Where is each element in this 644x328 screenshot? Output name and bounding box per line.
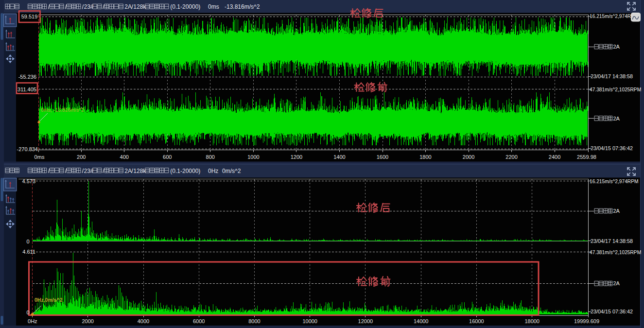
svg-text:2000: 2000	[82, 318, 93, 324]
svg-text:0: 0	[26, 310, 29, 315]
svg-text:6000: 6000	[193, 318, 205, 324]
svg-text:23/04/15 07:36:42: 23/04/15 07:36:42	[591, 309, 633, 314]
svg-text:59.519: 59.519	[21, 14, 38, 19]
svg-text:16.215m/s^2,974RPM: 16.215m/s^2,974RPM	[590, 179, 638, 184]
svg-text:23/04/17 14:38:58: 23/04/17 14:38:58	[591, 238, 633, 244]
svg-text:-13.816m/s^2: -13.816m/s^2	[225, 3, 260, 10]
svg-text:16000: 16000	[469, 318, 484, 324]
svg-text:2A: 2A	[124, 168, 132, 174]
svg-text:600: 600	[163, 154, 172, 160]
svg-text:1600: 1600	[377, 154, 388, 160]
svg-text:0: 0	[26, 239, 29, 244]
svg-text:(0.1-20000): (0.1-20000)	[170, 3, 200, 10]
svg-text:2400: 2400	[549, 154, 560, 160]
svg-text:47.381m/s^2,1025RPM: 47.381m/s^2,1025RPM	[590, 87, 641, 92]
svg-text:-270.834: -270.834	[17, 146, 38, 152]
svg-text:2A: 2A	[613, 280, 620, 286]
svg-text:0Hz,0m/s^2: 0Hz,0m/s^2	[35, 297, 63, 303]
svg-text:23#: 23#	[84, 168, 94, 174]
svg-text:200: 200	[77, 154, 86, 160]
svg-text:0m/s^2: 0m/s^2	[222, 168, 241, 174]
svg-text:1200: 1200	[291, 154, 302, 160]
svg-text:(0.1-20000): (0.1-20000)	[170, 168, 200, 174]
svg-text:2A: 2A	[613, 44, 620, 50]
svg-text:0ms: 0ms	[35, 154, 45, 160]
svg-text:14000: 14000	[414, 318, 429, 324]
svg-text:23/04/17 14:38:58: 23/04/17 14:38:58	[591, 73, 633, 79]
svg-text:8000: 8000	[248, 318, 260, 324]
svg-text:12000: 12000	[358, 318, 373, 324]
svg-text:0ms, -13.816m/s^2: 0ms, -13.816m/s^2	[41, 107, 84, 113]
svg-text:4000: 4000	[138, 318, 149, 324]
svg-text:-55.236: -55.236	[18, 74, 36, 80]
svg-text:400: 400	[120, 154, 129, 160]
svg-text:47.381m/s^2,1025RPM: 47.381m/s^2,1025RPM	[590, 250, 641, 255]
svg-text:2200: 2200	[505, 154, 517, 160]
svg-text:23#: 23#	[84, 3, 94, 10]
svg-text:2A: 2A	[124, 3, 132, 10]
svg-text:128k: 128k	[133, 3, 146, 10]
svg-text:10000: 10000	[302, 318, 317, 324]
svg-text:0Hz: 0Hz	[28, 318, 37, 324]
svg-text:23/04/15 07:36:42: 23/04/15 07:36:42	[591, 145, 633, 151]
svg-text:128k: 128k	[133, 168, 146, 174]
svg-text:4.611: 4.611	[22, 249, 35, 255]
svg-text:1800: 1800	[419, 154, 431, 160]
svg-text:2559.98: 2559.98	[577, 154, 596, 160]
svg-text:19999.609: 19999.609	[574, 318, 599, 324]
svg-text:18000: 18000	[524, 318, 540, 324]
svg-text:4.573: 4.573	[22, 178, 35, 184]
svg-text:0Hz: 0Hz	[208, 168, 218, 174]
svg-text:2A: 2A	[613, 208, 620, 214]
svg-text:0ms: 0ms	[208, 3, 219, 10]
svg-text:1400: 1400	[333, 154, 345, 160]
svg-text:2A: 2A	[613, 116, 620, 121]
svg-text:800: 800	[206, 154, 215, 160]
svg-text:2000: 2000	[463, 154, 474, 160]
svg-text:1000: 1000	[247, 154, 259, 160]
svg-text:311.405: 311.405	[17, 86, 36, 92]
